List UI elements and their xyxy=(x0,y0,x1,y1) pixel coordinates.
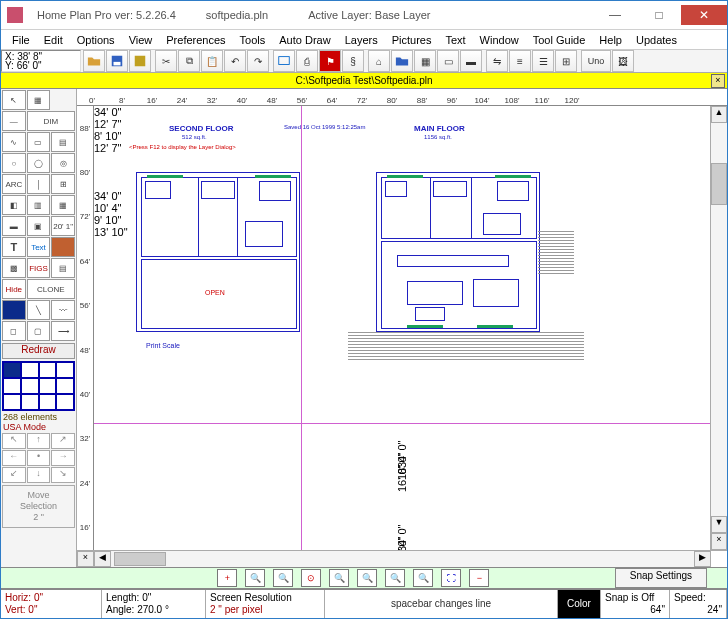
snap-settings-button[interactable]: Snap Settings xyxy=(615,568,707,588)
menu-updates[interactable]: Updates xyxy=(629,32,684,48)
tool-curve-icon[interactable]: 〰 xyxy=(51,300,75,320)
zoom-in-2-icon[interactable]: 🔍 xyxy=(273,569,293,587)
toolbar-open-icon[interactable] xyxy=(83,50,105,72)
tool-hatch-icon[interactable]: ▤ xyxy=(51,132,75,152)
zoom-out-1-icon[interactable]: 🔍 xyxy=(329,569,349,587)
tool-text-button[interactable]: Text xyxy=(27,237,51,257)
minimize-button[interactable]: — xyxy=(593,5,637,25)
zoom-fit-icon[interactable]: ⛶ xyxy=(441,569,461,587)
nudge-w-icon[interactable]: ← xyxy=(2,450,26,466)
tool-measure-button[interactable]: 20' 1" xyxy=(51,216,75,236)
menu-options[interactable]: Options xyxy=(70,32,122,48)
menu-file[interactable]: File xyxy=(5,32,37,48)
toolbar-folder2-icon[interactable] xyxy=(391,50,413,72)
scroll-down-icon[interactable]: ▼ xyxy=(711,516,727,533)
tool-detail-icon[interactable]: ▣ xyxy=(27,216,51,236)
tool-window-icon[interactable]: ⊞ xyxy=(51,174,75,194)
swatch[interactable] xyxy=(56,362,74,378)
toolbar-book-icon[interactable] xyxy=(129,50,151,72)
swatch[interactable] xyxy=(21,362,39,378)
tool-grid2-icon[interactable]: ▦ xyxy=(51,195,75,215)
menu-window[interactable]: Window xyxy=(473,32,526,48)
toolbar-print-icon[interactable]: ⎙ xyxy=(296,50,318,72)
toolbar-rect-icon[interactable]: ▭ xyxy=(437,50,459,72)
toolbar-house-icon[interactable]: ⌂ xyxy=(368,50,390,72)
toolbar-paste-icon[interactable]: 📋 xyxy=(201,50,223,72)
tool-stairs-icon[interactable]: ▤ xyxy=(51,258,75,278)
close-button[interactable]: ✕ xyxy=(681,5,727,25)
zoom-in-1-icon[interactable]: 🔍 xyxy=(245,569,265,587)
toolbar-copy-icon[interactable]: ⧉ xyxy=(178,50,200,72)
toolbar-grid-icon[interactable]: ▦ xyxy=(414,50,436,72)
scroll-right-icon[interactable]: ▶ xyxy=(694,551,711,567)
swatch[interactable] xyxy=(21,378,39,394)
swatch[interactable] xyxy=(3,362,21,378)
nudge-se-icon[interactable]: ↘ xyxy=(51,467,75,483)
swatch[interactable] xyxy=(56,378,74,394)
tool-path-icon[interactable]: ╲ xyxy=(27,300,51,320)
menu-view[interactable]: View xyxy=(122,32,160,48)
nudge-e-icon[interactable]: → xyxy=(51,450,75,466)
nudge-n-icon[interactable]: ↑ xyxy=(27,433,51,449)
toolbar-wall-icon[interactable]: ▬ xyxy=(460,50,482,72)
nudge-center-icon[interactable]: • xyxy=(27,450,51,466)
tool-plan-icon[interactable]: ▥ xyxy=(27,195,51,215)
tool-marquee-icon[interactable]: ▦ xyxy=(27,90,51,110)
tool-vline-icon[interactable]: │ xyxy=(27,174,51,194)
menu-pictures[interactable]: Pictures xyxy=(385,32,439,48)
status-color-button[interactable]: Color xyxy=(558,590,601,618)
tool-grid3-icon[interactable]: ▩ xyxy=(2,258,26,278)
menu-auto-draw[interactable]: Auto Draw xyxy=(272,32,337,48)
path-bar-close-icon[interactable]: × xyxy=(711,74,725,88)
redraw-button[interactable]: Redraw xyxy=(2,343,75,359)
tool-circle-icon[interactable]: ○ xyxy=(2,153,26,173)
scroll-thumb-h[interactable] xyxy=(114,552,166,566)
zoom-plus-red-icon[interactable]: + xyxy=(217,569,237,587)
swatch[interactable] xyxy=(3,378,21,394)
toolbar-picture-icon[interactable]: 🖼 xyxy=(612,50,634,72)
zoom-center-icon[interactable]: ⊙ xyxy=(301,569,321,587)
nudge-nw-icon[interactable]: ↖ xyxy=(2,433,26,449)
menu-preferences[interactable]: Preferences xyxy=(159,32,232,48)
tool-figs-button[interactable]: FIGS xyxy=(27,258,51,278)
swatch[interactable] xyxy=(39,394,57,410)
tool-texture-icon[interactable] xyxy=(51,237,75,257)
tool-door-icon[interactable]: ◧ xyxy=(2,195,26,215)
swatch[interactable] xyxy=(56,394,74,410)
menu-help[interactable]: Help xyxy=(592,32,629,48)
swatch[interactable] xyxy=(39,378,57,394)
swatch[interactable] xyxy=(21,394,39,410)
toolbar-save-icon[interactable] xyxy=(106,50,128,72)
zoom-out-3-icon[interactable]: 🔍 xyxy=(385,569,405,587)
horizontal-scrollbar[interactable]: × ◀ ▶ xyxy=(77,550,727,567)
tool-rect-icon[interactable]: ▭ xyxy=(27,132,51,152)
menu-layers[interactable]: Layers xyxy=(338,32,385,48)
menu-tools[interactable]: Tools xyxy=(233,32,273,48)
tool-dim-button[interactable]: DIM xyxy=(27,111,75,131)
tool-arc-button[interactable]: ARC xyxy=(2,174,26,194)
swatch[interactable] xyxy=(39,362,57,378)
tool-select-icon[interactable]: ↖ xyxy=(2,90,26,110)
toolbar-fliph-icon[interactable]: ⇋ xyxy=(486,50,508,72)
swatch[interactable] xyxy=(3,394,21,410)
menu-text[interactable]: Text xyxy=(438,32,472,48)
tool-wall-icon[interactable]: ▬ xyxy=(2,216,26,236)
toolbar-undo-icon[interactable]: ↶ xyxy=(224,50,246,72)
tool-clone-button[interactable]: CLONE xyxy=(27,279,75,299)
scroll-up-icon[interactable]: ▲ xyxy=(711,106,727,123)
zoom-out-4-icon[interactable]: 🔍 xyxy=(413,569,433,587)
toolbar-redo-icon[interactable]: ↷ xyxy=(247,50,269,72)
tool-polyline-icon[interactable]: ∿ xyxy=(2,132,26,152)
menu-edit[interactable]: Edit xyxy=(37,32,70,48)
tool-ring-icon[interactable]: ◎ xyxy=(51,153,75,173)
tool-extend-icon[interactable]: ⟶ xyxy=(51,321,75,341)
tool-line-icon[interactable]: — xyxy=(2,111,26,131)
vertical-scrollbar[interactable]: ▲ ▼ × xyxy=(710,106,727,550)
tool-hide-button[interactable]: Hide xyxy=(2,279,26,299)
tool-fill-icon[interactable] xyxy=(2,300,26,320)
toolbar-layers-icon[interactable]: ☰ xyxy=(532,50,554,72)
toolbar-screen-icon[interactable] xyxy=(273,50,295,72)
tool-text-icon[interactable]: T xyxy=(2,237,26,257)
nudge-sw-icon[interactable]: ↙ xyxy=(2,467,26,483)
zoom-out-2-icon[interactable]: 🔍 xyxy=(357,569,377,587)
